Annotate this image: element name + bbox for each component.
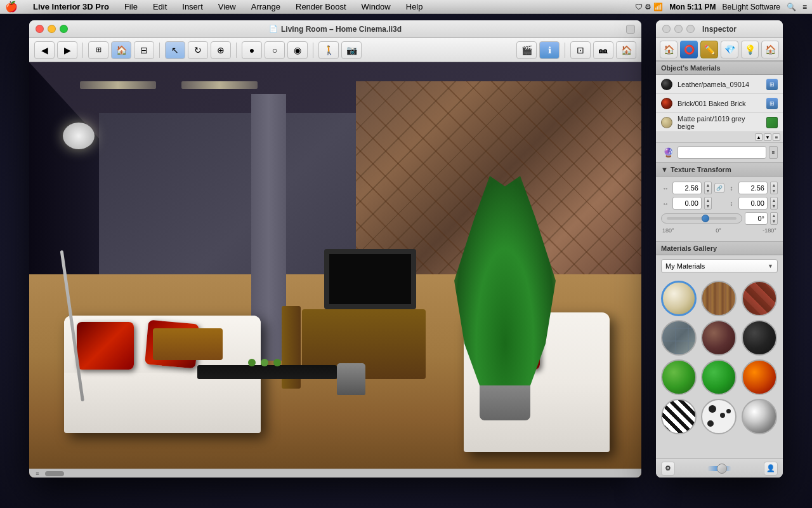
texture-offset-x-input[interactable]: 0.00 bbox=[672, 197, 702, 210]
scrollbar-thumb[interactable] bbox=[45, 471, 64, 476]
help-menu[interactable]: Help bbox=[403, 2, 426, 11]
select-tool[interactable]: ↖ bbox=[165, 41, 185, 59]
width-step-down[interactable]: ▼ bbox=[705, 188, 711, 194]
angle-thumb[interactable] bbox=[702, 215, 709, 222]
offset-y-stepper[interactable]: ▲ ▼ bbox=[770, 197, 778, 210]
materials-scroll-down[interactable]: ▼ bbox=[764, 133, 771, 141]
inspector-tab-home[interactable]: 🏠 bbox=[660, 41, 678, 58]
texture-width-input[interactable]: 2.56 bbox=[672, 182, 702, 194]
angle-slider[interactable] bbox=[661, 213, 742, 224]
3d-house-button[interactable]: 🏠 bbox=[616, 41, 636, 59]
gallery-mat-silver[interactable] bbox=[742, 399, 777, 434]
material-item-paint[interactable]: Matte paint/1019 grey beige bbox=[656, 113, 783, 132]
material-edit-leather[interactable]: ⊞ bbox=[766, 79, 778, 90]
inspector-settings-button[interactable]: ⚙ bbox=[661, 462, 675, 476]
material-edit-brick[interactable]: ⊞ bbox=[766, 98, 778, 109]
angle-input[interactable]: 0° bbox=[745, 212, 768, 225]
angle-step-down[interactable]: ▼ bbox=[771, 218, 777, 224]
texture-section-collapse[interactable]: ▼ bbox=[661, 166, 668, 173]
main-titlebar: 📄 Living Room – Home Cinema.li3d bbox=[29, 20, 641, 38]
menu-extra-icon[interactable]: ≡ bbox=[802, 3, 807, 11]
floorplan-button[interactable]: ⊡ bbox=[570, 41, 591, 59]
cylinder-tool[interactable]: ◉ bbox=[287, 41, 308, 59]
render-boost-menu[interactable]: Render Boost bbox=[293, 2, 349, 11]
3d-view-button[interactable]: 🏠 bbox=[111, 41, 131, 59]
info-button[interactable]: ℹ bbox=[539, 41, 560, 59]
height-step-up[interactable]: ▲ bbox=[771, 182, 777, 188]
edit-menu[interactable]: Edit bbox=[150, 2, 169, 11]
file-menu[interactable]: File bbox=[122, 2, 140, 11]
gallery-mat-tile[interactable] bbox=[661, 320, 697, 356]
render-button[interactable]: 🎬 bbox=[516, 41, 537, 59]
inspector-slider-thumb[interactable] bbox=[717, 464, 727, 474]
offset-y-step-up[interactable]: ▲ bbox=[771, 197, 777, 203]
rotate-tool[interactable]: ↻ bbox=[188, 41, 208, 59]
offset-x-step-down[interactable]: ▼ bbox=[705, 203, 711, 209]
width-stepper[interactable]: ▲ ▼ bbox=[704, 182, 712, 194]
window-collapse-button[interactable] bbox=[626, 25, 635, 34]
gallery-mat-zebra[interactable] bbox=[661, 399, 697, 434]
wand-tool-button[interactable]: 🔮 bbox=[661, 145, 675, 159]
minimize-button[interactable] bbox=[48, 25, 56, 33]
house-view-button[interactable]: 🏘 bbox=[593, 41, 613, 59]
apple-menu[interactable]: 🍎 bbox=[5, 1, 18, 13]
texture-height-input[interactable]: 2.56 bbox=[738, 182, 768, 194]
material-item-leather[interactable]: Leather/pamela_09014 ⊞ bbox=[656, 75, 783, 94]
search-icon[interactable]: 🔍 bbox=[787, 3, 796, 11]
maximize-button[interactable] bbox=[60, 25, 68, 33]
angle-stepper[interactable]: ▲ ▼ bbox=[770, 212, 778, 225]
split-view-button[interactable]: ⊟ bbox=[134, 41, 154, 59]
viewport-scrollbar[interactable]: ≡ bbox=[29, 469, 641, 478]
sphere-tool[interactable]: ● bbox=[242, 41, 262, 59]
insert-menu[interactable]: Insert bbox=[180, 2, 206, 11]
forward-button[interactable]: ▶ bbox=[57, 41, 77, 59]
inspector-tab-gem[interactable]: 💎 bbox=[721, 41, 738, 58]
viewport[interactable]: ≡ bbox=[29, 62, 641, 478]
angle-step-up[interactable]: ▲ bbox=[771, 213, 777, 218]
offset-x-stepper[interactable]: ▲ ▼ bbox=[704, 197, 712, 210]
back-button[interactable]: ◀ bbox=[34, 41, 55, 59]
inspector-minimize[interactable] bbox=[674, 25, 683, 33]
offset-x-step-up[interactable]: ▲ bbox=[705, 197, 711, 203]
gallery-mat-green2[interactable] bbox=[701, 359, 737, 395]
chain-lock[interactable]: 🔗 bbox=[714, 183, 724, 193]
move-tool[interactable]: ⊕ bbox=[211, 41, 231, 59]
2d-view-button[interactable]: ⊞ bbox=[88, 41, 108, 59]
camera-button[interactable]: 📷 bbox=[341, 41, 362, 59]
width-step-up[interactable]: ▲ bbox=[705, 182, 711, 188]
gallery-mat-brown[interactable] bbox=[701, 320, 737, 356]
gallery-mat-spots[interactable] bbox=[701, 399, 737, 434]
texture-offset-y-input[interactable]: 0.00 bbox=[738, 197, 768, 210]
gallery-mat-brick[interactable] bbox=[742, 281, 777, 316]
scroll-lines-left: ≡ bbox=[34, 472, 41, 476]
gallery-mat-green1[interactable] bbox=[661, 359, 697, 395]
gallery-mat-fire[interactable] bbox=[742, 359, 777, 395]
height-step-down[interactable]: ▼ bbox=[771, 188, 777, 194]
gallery-mat-cream[interactable] bbox=[661, 281, 697, 316]
materials-scroll-up[interactable]: ▲ bbox=[755, 133, 763, 141]
inspector-user-button[interactable]: 👤 bbox=[764, 462, 778, 476]
view-menu[interactable]: View bbox=[216, 2, 239, 11]
height-stepper[interactable]: ▲ ▼ bbox=[770, 182, 778, 194]
inspector-tab-materials[interactable]: ⭕ bbox=[680, 41, 698, 58]
inspector-tab-scene[interactable]: 🏠 bbox=[761, 41, 779, 58]
material-item-brick[interactable]: Brick/001 Baked Brick ⊞ bbox=[656, 94, 783, 113]
inspector-close[interactable] bbox=[662, 25, 671, 33]
ring-tool[interactable]: ○ bbox=[265, 41, 285, 59]
gallery-mat-wood[interactable] bbox=[701, 281, 737, 316]
close-button[interactable] bbox=[36, 25, 44, 33]
inspector-maximize[interactable] bbox=[686, 25, 695, 33]
app-name-menu[interactable]: Live Interior 3D Pro bbox=[30, 2, 112, 11]
material-search-field[interactable] bbox=[678, 146, 766, 159]
offset-y-step-down[interactable]: ▼ bbox=[771, 203, 777, 209]
material-options-button[interactable]: ≡ bbox=[769, 146, 778, 159]
materials-menu[interactable]: ≡ bbox=[773, 133, 780, 141]
walk-mode-button[interactable]: 🚶 bbox=[318, 41, 339, 59]
gallery-mat-dark[interactable] bbox=[742, 320, 777, 356]
inspector-slider-bar[interactable] bbox=[707, 466, 732, 471]
inspector-tab-light[interactable]: 💡 bbox=[741, 41, 759, 58]
gallery-dropdown[interactable]: My Materials ▼ bbox=[661, 259, 778, 273]
inspector-tab-edit[interactable]: ✏️ bbox=[700, 41, 718, 58]
window-menu[interactable]: Window bbox=[359, 2, 393, 11]
arrange-menu[interactable]: Arrange bbox=[249, 2, 283, 11]
